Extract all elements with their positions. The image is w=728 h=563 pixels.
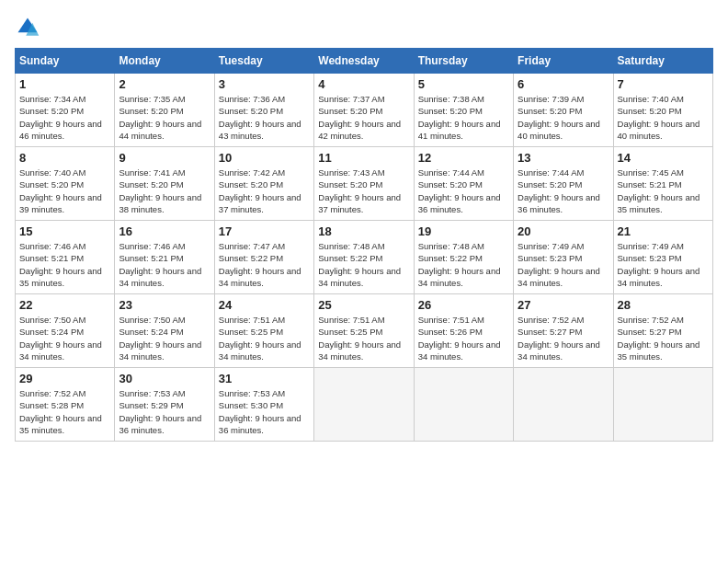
- day-number: 19: [418, 224, 509, 238]
- day-info: Sunrise: 7:52 AMSunset: 5:28 PMDaylight:…: [19, 387, 110, 436]
- day-info: Sunrise: 7:39 AMSunset: 5:20 PMDaylight:…: [518, 93, 609, 142]
- day-number: 7: [618, 77, 709, 91]
- day-info: Sunrise: 7:46 AMSunset: 5:21 PMDaylight:…: [19, 240, 110, 289]
- day-info: Sunrise: 7:47 AMSunset: 5:22 PMDaylight:…: [219, 240, 310, 289]
- calendar-cell: 3 Sunrise: 7:36 AMSunset: 5:20 PMDayligh…: [214, 74, 313, 147]
- calendar-table: SundayMondayTuesdayWednesdayThursdayFrid…: [15, 48, 713, 442]
- calendar-cell: 26 Sunrise: 7:51 AMSunset: 5:26 PMDaylig…: [414, 294, 513, 368]
- day-info: Sunrise: 7:51 AMSunset: 5:25 PMDaylight:…: [219, 314, 310, 362]
- week-row-4: 22 Sunrise: 7:50 AMSunset: 5:24 PMDaylig…: [16, 294, 713, 368]
- calendar-cell: 8 Sunrise: 7:40 AMSunset: 5:20 PMDayligh…: [16, 147, 115, 221]
- day-number: 8: [19, 151, 110, 165]
- calendar-cell: 28 Sunrise: 7:52 AMSunset: 5:27 PMDaylig…: [613, 294, 712, 368]
- day-number: 3: [219, 77, 310, 91]
- calendar-cell: 7 Sunrise: 7:40 AMSunset: 5:20 PMDayligh…: [613, 74, 712, 147]
- calendar-cell: 12 Sunrise: 7:44 AMSunset: 5:20 PMDaylig…: [414, 147, 513, 221]
- calendar-cell: 31 Sunrise: 7:53 AMSunset: 5:30 PMDaylig…: [214, 368, 313, 442]
- calendar-cell: 2 Sunrise: 7:35 AMSunset: 5:20 PMDayligh…: [115, 74, 214, 147]
- calendar-cell: 29 Sunrise: 7:52 AMSunset: 5:28 PMDaylig…: [16, 368, 115, 442]
- day-number: 6: [518, 77, 609, 91]
- day-info: Sunrise: 7:43 AMSunset: 5:20 PMDaylight:…: [318, 167, 409, 215]
- day-number: 23: [119, 298, 210, 312]
- day-number: 4: [318, 77, 409, 91]
- day-info: Sunrise: 7:50 AMSunset: 5:24 PMDaylight:…: [19, 314, 110, 362]
- day-header-wednesday: Wednesday: [314, 49, 414, 74]
- day-info: Sunrise: 7:36 AMSunset: 5:20 PMDaylight:…: [219, 93, 310, 142]
- week-row-5: 29 Sunrise: 7:52 AMSunset: 5:28 PMDaylig…: [16, 368, 713, 442]
- day-info: Sunrise: 7:48 AMSunset: 5:22 PMDaylight:…: [418, 240, 509, 289]
- calendar-cell: [514, 368, 613, 442]
- day-info: Sunrise: 7:51 AMSunset: 5:26 PMDaylight:…: [418, 314, 509, 362]
- day-info: Sunrise: 7:42 AMSunset: 5:20 PMDaylight:…: [219, 167, 310, 215]
- day-number: 9: [119, 151, 210, 165]
- calendar-cell: 20 Sunrise: 7:49 AMSunset: 5:23 PMDaylig…: [514, 221, 613, 294]
- day-header-friday: Friday: [514, 49, 613, 74]
- header: [15, 15, 713, 40]
- day-number: 29: [19, 372, 110, 385]
- day-info: Sunrise: 7:37 AMSunset: 5:20 PMDaylight:…: [318, 93, 409, 142]
- day-number: 31: [219, 372, 310, 385]
- calendar-cell: 17 Sunrise: 7:47 AMSunset: 5:22 PMDaylig…: [214, 221, 313, 294]
- day-info: Sunrise: 7:53 AMSunset: 5:30 PMDaylight:…: [219, 387, 310, 436]
- day-info: Sunrise: 7:52 AMSunset: 5:27 PMDaylight:…: [618, 314, 709, 362]
- day-header-monday: Monday: [115, 49, 214, 74]
- day-info: Sunrise: 7:50 AMSunset: 5:24 PMDaylight:…: [119, 314, 210, 362]
- calendar-cell: 9 Sunrise: 7:41 AMSunset: 5:20 PMDayligh…: [115, 147, 214, 221]
- calendar-cell: 14 Sunrise: 7:45 AMSunset: 5:21 PMDaylig…: [613, 147, 712, 221]
- day-number: 28: [618, 298, 709, 312]
- week-row-3: 15 Sunrise: 7:46 AMSunset: 5:21 PMDaylig…: [16, 221, 713, 294]
- calendar-cell: 1 Sunrise: 7:34 AMSunset: 5:20 PMDayligh…: [16, 74, 115, 147]
- day-header-saturday: Saturday: [613, 49, 712, 74]
- calendar-cell: 23 Sunrise: 7:50 AMSunset: 5:24 PMDaylig…: [115, 294, 214, 368]
- day-info: Sunrise: 7:44 AMSunset: 5:20 PMDaylight:…: [418, 167, 509, 215]
- day-number: 11: [318, 151, 409, 165]
- day-number: 26: [418, 298, 509, 312]
- day-number: 25: [318, 298, 409, 312]
- day-info: Sunrise: 7:44 AMSunset: 5:20 PMDaylight:…: [518, 167, 609, 215]
- calendar-cell: 30 Sunrise: 7:53 AMSunset: 5:29 PMDaylig…: [115, 368, 214, 442]
- calendar-cell: 10 Sunrise: 7:42 AMSunset: 5:20 PMDaylig…: [214, 147, 313, 221]
- calendar-cell: 11 Sunrise: 7:43 AMSunset: 5:20 PMDaylig…: [314, 147, 414, 221]
- day-info: Sunrise: 7:49 AMSunset: 5:23 PMDaylight:…: [518, 240, 609, 289]
- day-number: 17: [219, 224, 310, 238]
- calendar-cell: 18 Sunrise: 7:48 AMSunset: 5:22 PMDaylig…: [314, 221, 414, 294]
- logo-icon: [15, 15, 40, 40]
- calendar-cell: 24 Sunrise: 7:51 AMSunset: 5:25 PMDaylig…: [214, 294, 313, 368]
- calendar-cell: 5 Sunrise: 7:38 AMSunset: 5:20 PMDayligh…: [414, 74, 513, 147]
- day-number: 5: [418, 77, 509, 91]
- calendar-cell: [314, 368, 414, 442]
- calendar-cell: 21 Sunrise: 7:49 AMSunset: 5:23 PMDaylig…: [613, 221, 712, 294]
- day-info: Sunrise: 7:51 AMSunset: 5:25 PMDaylight:…: [318, 314, 409, 362]
- day-info: Sunrise: 7:52 AMSunset: 5:27 PMDaylight:…: [518, 314, 609, 362]
- calendar-cell: 25 Sunrise: 7:51 AMSunset: 5:25 PMDaylig…: [314, 294, 414, 368]
- day-number: 18: [318, 224, 409, 238]
- day-number: 22: [19, 298, 110, 312]
- calendar-cell: 4 Sunrise: 7:37 AMSunset: 5:20 PMDayligh…: [314, 74, 414, 147]
- day-number: 20: [518, 224, 609, 238]
- logo: [15, 15, 44, 40]
- day-number: 2: [119, 77, 210, 91]
- day-info: Sunrise: 7:40 AMSunset: 5:20 PMDaylight:…: [19, 167, 110, 215]
- calendar-cell: [613, 368, 712, 442]
- day-number: 1: [19, 77, 110, 91]
- calendar-cell: 13 Sunrise: 7:44 AMSunset: 5:20 PMDaylig…: [514, 147, 613, 221]
- day-number: 30: [119, 372, 210, 385]
- calendar-cell: 6 Sunrise: 7:39 AMSunset: 5:20 PMDayligh…: [514, 74, 613, 147]
- day-info: Sunrise: 7:38 AMSunset: 5:20 PMDaylight:…: [418, 93, 509, 142]
- day-info: Sunrise: 7:35 AMSunset: 5:20 PMDaylight:…: [119, 93, 210, 142]
- day-info: Sunrise: 7:45 AMSunset: 5:21 PMDaylight:…: [618, 167, 709, 215]
- day-number: 10: [219, 151, 310, 165]
- calendar-cell: 16 Sunrise: 7:46 AMSunset: 5:21 PMDaylig…: [115, 221, 214, 294]
- calendar-cell: 27 Sunrise: 7:52 AMSunset: 5:27 PMDaylig…: [514, 294, 613, 368]
- day-number: 27: [518, 298, 609, 312]
- day-number: 24: [219, 298, 310, 312]
- day-header-thursday: Thursday: [414, 49, 513, 74]
- day-info: Sunrise: 7:34 AMSunset: 5:20 PMDaylight:…: [19, 93, 110, 142]
- calendar-cell: 19 Sunrise: 7:48 AMSunset: 5:22 PMDaylig…: [414, 221, 513, 294]
- day-info: Sunrise: 7:53 AMSunset: 5:29 PMDaylight:…: [119, 387, 210, 436]
- week-row-2: 8 Sunrise: 7:40 AMSunset: 5:20 PMDayligh…: [16, 147, 713, 221]
- day-info: Sunrise: 7:49 AMSunset: 5:23 PMDaylight:…: [618, 240, 709, 289]
- day-header-tuesday: Tuesday: [214, 49, 313, 74]
- day-header-sunday: Sunday: [16, 49, 115, 74]
- calendar-cell: [414, 368, 513, 442]
